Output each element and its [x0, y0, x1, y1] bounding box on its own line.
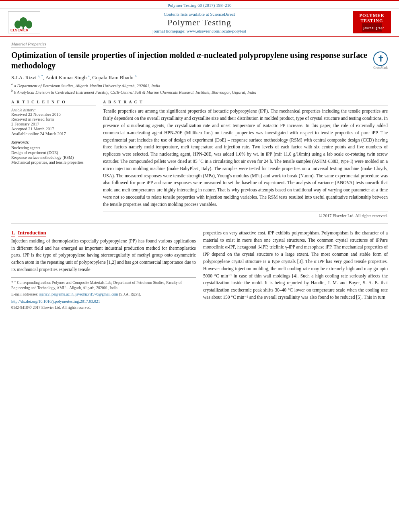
footnote-corresponding: * * Corresponding author. Polymer and Co…: [11, 280, 196, 291]
article-info-col: A R T I C L E I N F O Article history: R…: [11, 100, 96, 218]
intro-text-right: properties on very attractive cost. iPP …: [203, 230, 388, 301]
history-label: Article history:: [11, 108, 96, 112]
sciencedirect-label: Contents lists available at ScienceDirec…: [46, 12, 353, 16]
aff-super-b: b: [11, 89, 13, 92]
keyword-4: Mechanical properties, and tensile prope…: [11, 160, 96, 164]
authors-line: S.J.A. Rizvi a, *, Ankit Kumar Singh a, …: [11, 74, 388, 81]
article-info-heading: A R T I C L E I N F O: [11, 100, 96, 105]
journal-logo-box: POLYMER TESTING journal graphic: [353, 11, 391, 33]
doi-link[interactable]: http://dx.doi.org/10.1016/j.polymertesti…: [11, 299, 100, 304]
pt-logo-line1: POLYMER: [359, 13, 384, 18]
section-divider: [11, 224, 388, 224]
elsevier-logo-svg: ELSEVIER: [10, 12, 39, 33]
author-super-c: b: [135, 74, 137, 78]
journal-reference-line: Polymer Testing 60 (2017) 198–210: [0, 1, 399, 9]
body-right-col: properties on very attractive cost. iPP …: [203, 230, 388, 310]
author-super-b: a: [88, 74, 90, 78]
keyword-1: Nucleating agents: [11, 146, 96, 150]
keyword-3: Response surface methodology (RSM): [11, 155, 96, 160]
revised-label: Received in revised form: [11, 117, 96, 121]
issn-line: 0142-9418/© 2017 Elsevier Ltd. All right…: [11, 306, 196, 310]
article-info-block: Article history: Received 22 November 20…: [11, 108, 96, 136]
journal-header: ELSEVIER Contents lists available at Sci…: [0, 9, 399, 37]
svg-text:ELSEVIER: ELSEVIER: [10, 28, 29, 32]
pt-logo-line2: TESTING: [361, 18, 383, 23]
body-two-col: 1. Introduction Injection molding of the…: [11, 230, 388, 310]
journal-ref-text: Polymer Testing 60 (2017) 198–210: [167, 3, 231, 8]
homepage-link[interactable]: www.elsevier.com/locate/polytest: [187, 29, 246, 33]
header-left: ELSEVIER: [8, 11, 46, 33]
author-super-a: a, *: [38, 74, 43, 78]
title-block: Optimization of tensile properties of in…: [11, 50, 368, 74]
intro-text-left: Injection molding of thermoplastics espe…: [11, 238, 196, 273]
svg-point-4: [26, 21, 32, 29]
header-center: Contents lists available at ScienceDirec…: [46, 12, 353, 33]
email-name: (S.J.A. Rizvi).: [119, 292, 141, 296]
copyright-line: © 2017 Elsevier Ltd. All rights reserved…: [103, 212, 388, 218]
keywords-heading: Keywords:: [11, 140, 96, 144]
intro-section-number: 1. Introduction: [11, 230, 196, 236]
intro-title: Introduction: [18, 230, 46, 236]
svg-point-3: [14, 21, 21, 29]
aff-super-a: a: [11, 82, 13, 86]
homepage-label: journal homepage:: [152, 29, 185, 33]
revised-date: 2 February 2017: [11, 122, 96, 126]
journal-homepage: journal homepage: www.elsevier.com/locat…: [46, 29, 353, 33]
pt-logo-graphic: journal graphic: [360, 23, 384, 32]
crossmark-label: CrossMark: [373, 66, 388, 70]
abstract-text: Tensile properties are among the signifi…: [103, 108, 388, 208]
title-row: Optimization of tensile properties of in…: [11, 50, 388, 74]
doi-line: http://dx.doi.org/10.1016/j.polymertesti…: [11, 299, 196, 304]
article-title: Optimization of tensile properties of in…: [11, 50, 368, 71]
crossmark-icon: ✝: [373, 51, 388, 66]
received-date: Received 22 November 2016: [11, 112, 96, 117]
crossmark-area: ✝ CrossMark: [373, 51, 388, 70]
body-left-col: 1. Introduction Injection molding of the…: [11, 230, 196, 310]
svg-text:journal graphic: journal graphic: [363, 27, 384, 30]
affiliation-b: b b Analytical Division & Centralized In…: [11, 89, 388, 94]
keyword-2: Design of experiment (DOE): [11, 150, 96, 155]
affiliation-a: a a Department of Petroleum Studies, Ali…: [11, 82, 388, 88]
footnote-area: * * Corresponding author. Polymer and Co…: [11, 277, 196, 310]
email-label: E-mail addresses:: [11, 292, 39, 296]
elsevier-logo: ELSEVIER: [8, 11, 40, 33]
intro-number: 1.: [11, 230, 15, 236]
footnote-emails: E-mail addresses: sjarizvi.pe@amu.ac.in,…: [11, 292, 196, 297]
email-link-1[interactable]: sjarizvi.pe@amu.ac.in: [39, 292, 74, 296]
email-link-2[interactable]: javedrizvi1976@gmail.com: [75, 292, 118, 296]
abstract-heading: A B S T R A C T: [103, 100, 388, 105]
footnote-corresponding-text: * Corresponding author. Polymer and Comp…: [11, 281, 182, 290]
accepted-date: Accepted 21 March 2017: [11, 127, 96, 131]
page: Polymer Testing 60 (2017) 198–210 ELSEVI…: [0, 0, 399, 532]
available-date: Available online 24 March 2017: [11, 131, 96, 136]
section-tag: Material Properties: [11, 41, 46, 47]
abstract-col: A B S T R A C T Tensile properties are a…: [103, 100, 388, 218]
journal-title: Polymer Testing: [46, 17, 353, 28]
article-body: Material Properties Optimization of tens…: [0, 37, 399, 314]
info-abstract-section: A R T I C L E I N F O Article history: R…: [11, 100, 388, 218]
sciencedirect-link[interactable]: ScienceDirect: [210, 12, 235, 16]
